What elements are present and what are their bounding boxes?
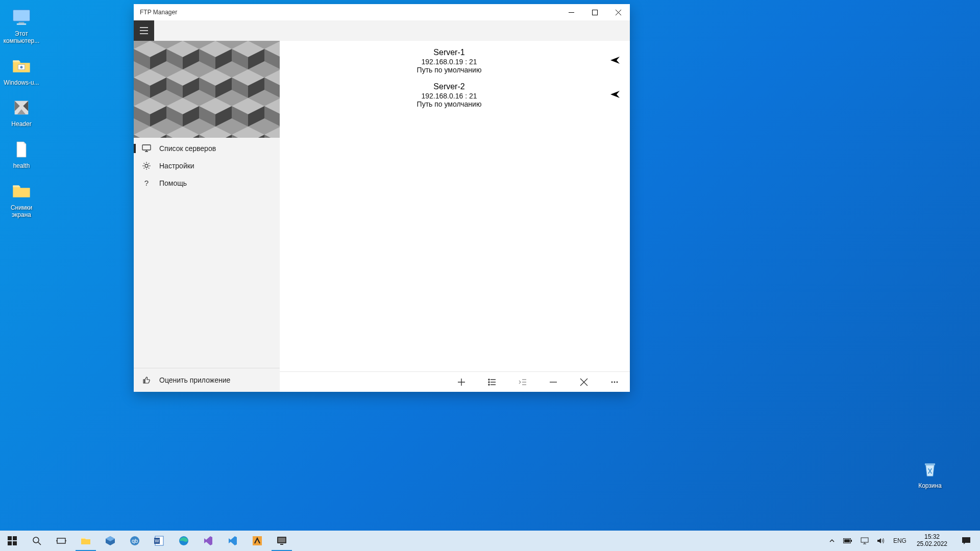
- content-area: Server-1 192.168.0.19 : 21 Путь по умолч…: [280, 41, 630, 392]
- sidebar-hero-image: [134, 41, 280, 138]
- image-file-icon: [9, 95, 34, 120]
- svg-rect-45: [844, 539, 850, 542]
- desktop-label: Header: [2, 121, 41, 128]
- minimize-button[interactable]: [559, 4, 583, 20]
- desktop-icon-health[interactable]: health: [2, 137, 41, 170]
- server-name: Server-2: [289, 82, 609, 91]
- svg-rect-47: [962, 537, 970, 543]
- task-view-button[interactable]: [49, 531, 74, 551]
- sidebar-bottom: Оценить приложение: [134, 368, 280, 392]
- text-file-icon: [9, 137, 34, 162]
- indent-list-button[interactable]: [517, 376, 529, 388]
- svg-point-4: [20, 66, 23, 68]
- folder-icon: [9, 54, 34, 79]
- monitor-icon: [142, 144, 151, 153]
- svg-rect-30: [57, 538, 65, 543]
- svg-point-24: [617, 381, 618, 383]
- start-button[interactable]: [0, 531, 24, 551]
- nav-list: Список серверов Настройки ? Помощь: [134, 138, 280, 192]
- taskbar-app-generic-1[interactable]: [245, 531, 270, 551]
- nav-label: Помощь: [159, 179, 187, 187]
- svg-point-23: [614, 381, 616, 383]
- battery-icon[interactable]: [841, 531, 854, 551]
- desktop-icon-header[interactable]: Header: [2, 95, 41, 128]
- add-button[interactable]: [455, 376, 468, 388]
- svg-text:W: W: [155, 538, 159, 543]
- svg-rect-44: [851, 540, 852, 542]
- more-button[interactable]: [608, 376, 621, 388]
- taskbar: qb W ENG 15:32 25.02.2022: [0, 531, 980, 551]
- server-path: Путь по умолчанию: [289, 100, 609, 108]
- nav-label: Оценить приложение: [159, 376, 230, 384]
- server-info: Server-2 192.168.0.16 : 21 Путь по умолч…: [289, 82, 609, 108]
- desktop-icon-windows-u[interactable]: Windows-u...: [2, 54, 41, 87]
- server-name: Server-1: [289, 48, 609, 57]
- nav-item-help[interactable]: ? Помощь: [134, 174, 280, 192]
- taskbar-app-ftp-manager[interactable]: [270, 531, 294, 551]
- action-center-button[interactable]: [955, 531, 977, 551]
- desktop-label: Корзина: [911, 483, 949, 490]
- server-list: Server-1 192.168.0.19 : 21 Путь по умолч…: [280, 41, 630, 371]
- server-host: 192.168.0.19 : 21: [289, 58, 609, 66]
- desktop-label: Этоткомпьютер...: [2, 31, 41, 45]
- computer-icon: [9, 5, 34, 30]
- desktop-icon-recycle-bin[interactable]: Корзина: [911, 457, 949, 490]
- svg-text:qb: qb: [132, 538, 138, 544]
- desktop-icon-screenshots[interactable]: Снимкиэкрана: [2, 179, 41, 219]
- nav-item-settings[interactable]: Настройки: [134, 157, 280, 174]
- delete-button[interactable]: [578, 376, 590, 388]
- svg-rect-28: [13, 541, 17, 545]
- toolbar: [134, 20, 630, 41]
- taskbar-app-qbittorrent[interactable]: qb: [122, 531, 147, 551]
- clock[interactable]: 15:32 25.02.2022: [913, 534, 951, 548]
- svg-point-17: [145, 164, 148, 167]
- taskbar-app-edge[interactable]: [172, 531, 196, 551]
- help-icon: ?: [142, 179, 151, 188]
- close-button[interactable]: [606, 4, 630, 20]
- svg-text:?: ?: [144, 179, 149, 187]
- svg-rect-27: [8, 541, 12, 545]
- desktop-icon-this-pc[interactable]: Этоткомпьютер...: [2, 5, 41, 45]
- recycle-bin-icon: [918, 457, 942, 482]
- svg-rect-42: [280, 544, 283, 545]
- desktop-label: Снимкиэкрана: [2, 205, 41, 219]
- taskbar-app-explorer[interactable]: [74, 531, 98, 551]
- nav-item-rate-app[interactable]: Оценить приложение: [134, 368, 280, 392]
- clock-time: 15:32: [924, 534, 940, 541]
- content-bottom-toolbar: [280, 371, 630, 392]
- titlebar[interactable]: FTP Manager: [134, 4, 630, 20]
- app-window-ftp-manager: FTP Manager: [134, 4, 630, 392]
- language-indicator[interactable]: ENG: [891, 531, 909, 551]
- desktop-label: Windows-u...: [2, 80, 41, 87]
- svg-point-19: [488, 379, 489, 380]
- taskbar-app-virtualbox[interactable]: [98, 531, 122, 551]
- send-icon[interactable]: [609, 55, 621, 68]
- remove-button[interactable]: [547, 376, 559, 388]
- taskbar-app-vscode[interactable]: [220, 531, 245, 551]
- svg-rect-2: [17, 23, 26, 25]
- maximize-button[interactable]: [583, 4, 606, 20]
- clock-date: 25.02.2022: [917, 541, 947, 548]
- svg-rect-41: [278, 538, 285, 542]
- svg-point-21: [488, 384, 489, 385]
- server-row[interactable]: Server-1 192.168.0.19 : 21 Путь по умолч…: [280, 45, 630, 79]
- nav-label: Список серверов: [159, 144, 216, 153]
- search-button[interactable]: [24, 531, 49, 551]
- folder-icon: [9, 179, 34, 204]
- svg-point-29: [33, 537, 39, 543]
- svg-point-20: [488, 382, 489, 383]
- nav-item-servers[interactable]: Список серверов: [134, 140, 280, 157]
- taskbar-app-word[interactable]: W: [147, 531, 172, 551]
- send-icon[interactable]: [609, 89, 621, 102]
- desktop-icons-column: Этоткомпьютер... Windows-u... Header hea…: [2, 5, 43, 219]
- desktop-label: health: [2, 163, 41, 170]
- tray-overflow-button[interactable]: [827, 531, 837, 551]
- server-row[interactable]: Server-2 192.168.0.16 : 21 Путь по умолч…: [280, 79, 630, 113]
- list-button[interactable]: [486, 376, 498, 388]
- svg-rect-16: [142, 145, 151, 150]
- network-icon[interactable]: [859, 531, 871, 551]
- volume-icon[interactable]: [875, 531, 887, 551]
- sidebar: Список серверов Настройки ? Помощь: [134, 41, 280, 392]
- hamburger-button[interactable]: [134, 20, 154, 41]
- taskbar-app-visualstudio[interactable]: [196, 531, 220, 551]
